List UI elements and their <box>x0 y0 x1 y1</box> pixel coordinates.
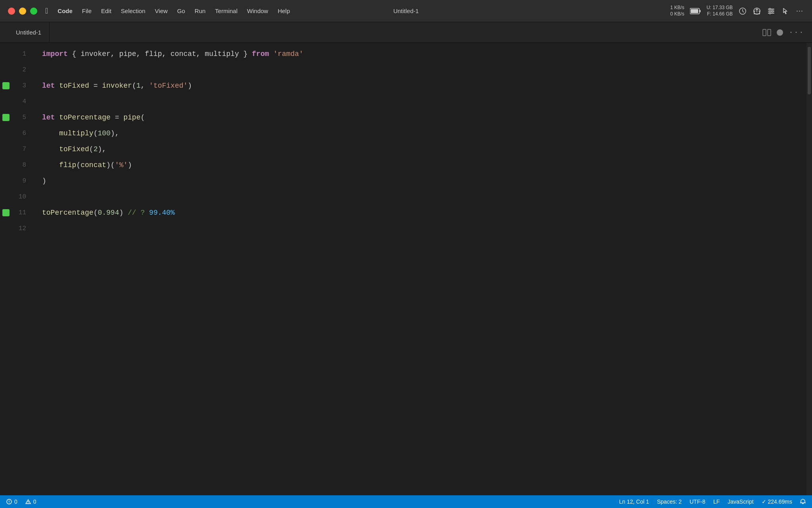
menu-selection[interactable]: Selection <box>121 8 146 14</box>
battery-icon <box>690 8 701 14</box>
minimize-button[interactable] <box>19 8 26 15</box>
menu-edit[interactable]: Edit <box>101 8 111 14</box>
editor-main[interactable]: 1import { invoker, pipe, flip, concat, m… <box>0 43 806 495</box>
svg-point-18 <box>9 502 10 503</box>
menu-window[interactable]: Window <box>247 8 268 14</box>
line-number: 6 <box>12 125 36 141</box>
tab-actions: ··· <box>762 28 804 37</box>
warning-count[interactable]: 0 <box>25 498 36 505</box>
line-number: 11 <box>12 205 36 221</box>
token-punct <box>269 50 274 58</box>
code-content[interactable]: import { invoker, pipe, flip, concat, mu… <box>36 46 806 62</box>
code-content[interactable]: toPercentage(0.994) // ? 99.40% <box>36 205 806 221</box>
svg-point-20 <box>28 503 28 503</box>
token-punct: ( <box>140 114 145 121</box>
breakpoint-zone[interactable] <box>0 114 12 121</box>
token-str: '%' <box>115 161 128 169</box>
line-number: 8 <box>12 157 36 173</box>
maximize-button[interactable] <box>30 8 37 15</box>
timing[interactable]: ✓ 224.69ms <box>762 498 792 505</box>
disk-free: F: 14.66 GB <box>707 11 733 17</box>
indentation[interactable]: Spaces: 2 <box>657 498 682 505</box>
svg-rect-15 <box>768 29 771 36</box>
breakpoint-zone[interactable] <box>0 82 12 89</box>
menu-file[interactable]: File <box>82 8 92 14</box>
clock-icon[interactable] <box>738 7 747 15</box>
breakpoint-zone[interactable] <box>0 209 12 216</box>
tab-label: Untitled-1 <box>16 29 41 36</box>
code-line: 8 flip(concat)('%') <box>0 157 806 173</box>
code-content[interactable]: flip(concat)('%') <box>36 157 806 173</box>
svg-rect-1 <box>699 10 701 12</box>
titlebar-right: 1 KB/s 0 KB/s U: 17.33 GB F: 14.66 GB <box>670 5 804 17</box>
menu-terminal[interactable]: Terminal <box>215 8 237 14</box>
code-content[interactable]: toFixed(2), <box>36 141 806 157</box>
code-content[interactable]: multiply(100), <box>36 125 806 141</box>
code-content[interactable]: let toFixed = invoker(1, 'toFixed') <box>36 78 806 94</box>
svg-line-5 <box>743 11 744 12</box>
token-punct: ) <box>188 82 192 90</box>
code-line: 9) <box>0 173 806 189</box>
dot-button[interactable] <box>777 29 783 36</box>
code-content[interactable]: ) <box>36 173 806 189</box>
breakpoint-dot <box>2 82 10 89</box>
more-options-button[interactable]: ··· <box>789 28 804 37</box>
menu-run[interactable]: Run <box>195 8 206 14</box>
disk-used: U: 17.33 GB <box>707 5 733 11</box>
close-button[interactable] <box>8 8 15 15</box>
apple-menu[interactable]:  <box>45 6 48 15</box>
split-editor-button[interactable] <box>762 28 771 37</box>
pointer-icon[interactable] <box>781 7 790 15</box>
file-encoding[interactable]: UTF-8 <box>689 498 705 505</box>
scrollbar-thumb[interactable] <box>808 47 811 94</box>
token-fn-name: flip <box>59 161 76 169</box>
token-kw-let: let <box>42 82 55 90</box>
token-punct: = <box>89 82 102 90</box>
editor-container: 1import { invoker, pipe, flip, concat, m… <box>0 43 812 495</box>
cursor-position[interactable]: Ln 12, Col 1 <box>619 498 649 505</box>
token-fn-name: invoker <box>102 82 132 90</box>
traffic-lights <box>8 8 37 15</box>
line-number: 2 <box>12 62 36 78</box>
code-content[interactable]: let toPercentage = pipe( <box>36 110 806 125</box>
token-kw-let: let <box>42 114 55 121</box>
svg-rect-14 <box>763 29 766 36</box>
line-number: 5 <box>12 110 36 125</box>
token-num: 100 <box>98 129 110 137</box>
token-str: 'toFixed' <box>149 82 188 90</box>
statusbar: 0 0 Ln 12, Col 1 Spaces: 2 UTF-8 LF Java… <box>0 495 812 508</box>
token-result: 99.40% <box>149 209 175 217</box>
menu-go[interactable]: Go <box>177 8 185 14</box>
scrollbar[interactable] <box>806 43 812 495</box>
share-icon[interactable] <box>753 7 761 15</box>
token-punct <box>55 82 59 90</box>
token-num: 2 <box>94 145 98 153</box>
line-number: 10 <box>12 189 36 205</box>
menu-help[interactable]: Help <box>278 8 290 14</box>
disk-stats: U: 17.33 GB F: 14.66 GB <box>707 5 733 17</box>
more-icon[interactable]: ··· <box>795 7 804 15</box>
token-punct: ( <box>132 82 136 90</box>
token-num: 0.994 <box>98 209 119 217</box>
error-count[interactable]: 0 <box>6 498 17 505</box>
token-kw-from: from <box>252 50 269 58</box>
code-line: 10 <box>0 189 806 205</box>
svg-point-13 <box>769 12 771 14</box>
svg-rect-2 <box>691 9 698 13</box>
active-tab[interactable]: Untitled-1 <box>8 22 50 43</box>
menu-code[interactable]: Code <box>57 8 73 14</box>
language-mode[interactable]: JavaScript <box>728 498 753 505</box>
token-punct: ), <box>111 129 119 137</box>
notification-icon[interactable] <box>800 499 806 504</box>
line-ending[interactable]: LF <box>713 498 720 505</box>
controls-icon[interactable] <box>767 7 776 15</box>
menu-view[interactable]: View <box>155 8 168 14</box>
token-punct: , <box>141 82 149 90</box>
line-number: 7 <box>12 141 36 157</box>
token-punct: ( <box>89 145 94 153</box>
token-fn-name: pipe <box>123 114 140 121</box>
code-line: 11toPercentage(0.994) // ? 99.40% <box>0 205 806 221</box>
token-num: 1 <box>136 82 141 90</box>
code-line: 2 <box>0 62 806 78</box>
token-punct: ) <box>42 177 46 185</box>
